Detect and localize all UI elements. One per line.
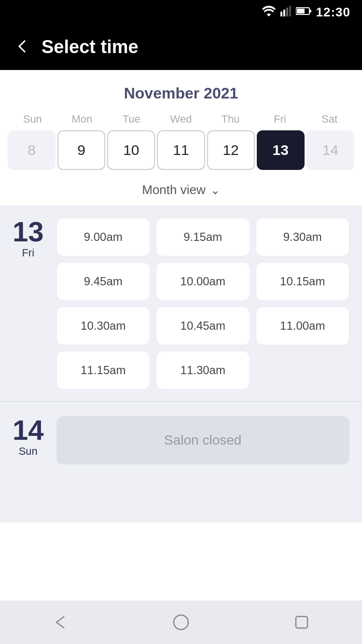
cal-day-14[interactable]: 14 [306, 130, 354, 170]
day-headers: Sun Mon Tue Wed Thu Fri Sat [8, 113, 354, 126]
section-divider [0, 401, 362, 402]
nav-bar [0, 601, 362, 644]
day-section-13: 13 Fri 9.00am 9.15am 9.30am 9.45am 10.00… [0, 205, 362, 399]
time-slot-930am[interactable]: 9.30am [256, 218, 350, 256]
month-view-row: Month view ⌄ [8, 176, 354, 200]
calendar-row: 8 9 10 11 12 13 14 [8, 130, 354, 170]
wifi-icon [262, 6, 276, 18]
svg-rect-2 [286, 8, 288, 16]
day-name-14: Sun [19, 445, 38, 458]
svg-rect-6 [310, 10, 311, 13]
day-header-tue: Tue [107, 113, 156, 126]
day-number-13: 13 [13, 218, 44, 246]
day-header-thu: Thu [206, 113, 255, 126]
time-slot-1000am[interactable]: 10.00am [156, 262, 250, 301]
nav-home-button[interactable] [167, 608, 195, 637]
time-slot-1045am[interactable]: 10.45am [156, 307, 250, 345]
back-button[interactable] [14, 39, 30, 56]
day-name-13: Fri [22, 247, 34, 259]
page-title: Select time [42, 37, 139, 57]
status-bar: 12:30 [0, 0, 362, 24]
month-view-label: Month view [142, 182, 206, 197]
nav-back-button[interactable] [46, 608, 75, 637]
time-slots-section: 13 Fri 9.00am 9.15am 9.30am 9.45am 10.00… [0, 205, 362, 522]
svg-rect-5 [297, 9, 305, 14]
time-slot-1100am[interactable]: 11.00am [256, 307, 350, 345]
time-grid-13: 9.00am 9.15am 9.30am 9.45am 10.00am 10.1… [56, 218, 349, 390]
chevron-down-icon[interactable]: ⌄ [210, 183, 220, 197]
svg-rect-3 [289, 6, 291, 16]
day-header-wed: Wed [156, 113, 206, 126]
svg-rect-0 [280, 12, 282, 16]
calendar-section: November 2021 Sun Mon Tue Wed Thu Fri Sa… [0, 70, 362, 205]
cal-day-10[interactable]: 10 [107, 130, 155, 170]
day-header-sat: Sat [305, 113, 354, 126]
time-slot-945am[interactable]: 9.45am [56, 262, 150, 301]
day-number-block-13: 13 Fri [13, 218, 44, 259]
time-slot-1030am[interactable]: 10.30am [56, 307, 150, 345]
time-slot-1130am[interactable]: 11.30am [156, 351, 250, 390]
day-header-mon: Mon [57, 113, 107, 126]
svg-rect-1 [283, 10, 285, 16]
header: Select time [0, 24, 362, 70]
svg-point-7 [174, 615, 188, 630]
svg-rect-8 [296, 616, 307, 628]
salon-closed-label: Salon closed [164, 433, 241, 448]
cal-day-12[interactable]: 12 [207, 130, 255, 170]
status-time: 12:30 [316, 5, 351, 20]
month-title: November 2021 [8, 84, 354, 102]
time-slot-1115am[interactable]: 11.15am [56, 351, 150, 390]
day-header-sun: Sun [8, 113, 57, 126]
cal-day-8[interactable]: 8 [8, 130, 56, 170]
cal-day-9[interactable]: 9 [57, 130, 105, 170]
day-number-block-14: 14 Sun [13, 416, 44, 458]
salon-closed-box: Salon closed [56, 416, 349, 464]
day-section-14: 14 Sun Salon closed [0, 404, 362, 474]
signal-icon [280, 6, 291, 18]
cal-day-13[interactable]: 13 [257, 130, 305, 170]
nav-recent-button[interactable] [287, 608, 316, 637]
day-header-fri: Fri [255, 113, 305, 126]
day-number-14: 14 [13, 416, 44, 444]
time-slot-1015am[interactable]: 10.15am [256, 262, 350, 301]
battery-icon [296, 7, 311, 17]
cal-day-11[interactable]: 11 [157, 130, 205, 170]
time-slot-915am[interactable]: 9.15am [156, 218, 250, 256]
time-slot-900am[interactable]: 9.00am [56, 218, 150, 256]
